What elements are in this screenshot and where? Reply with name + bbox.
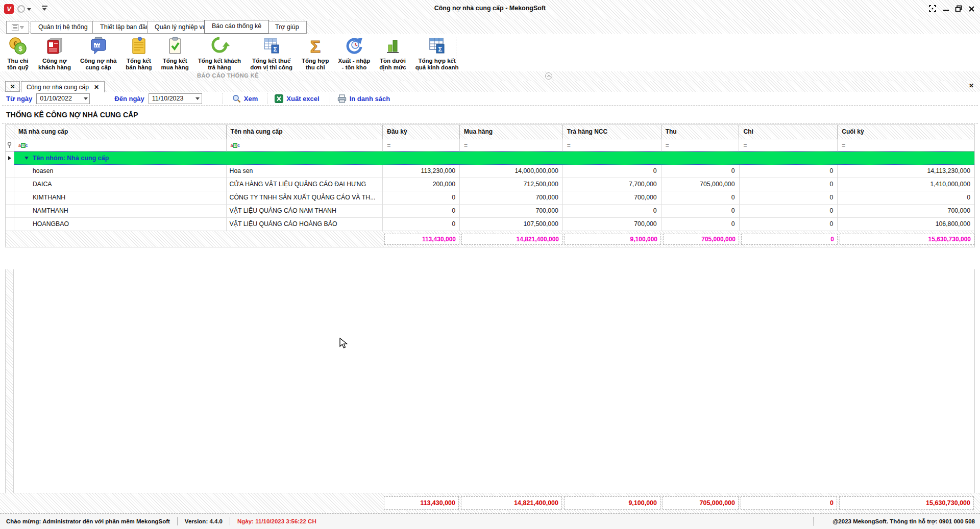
filter-cell-name[interactable]: aBc: [227, 139, 383, 152]
column-header-ten-nha-cung-cap[interactable]: Tên nhà cung cấp: [227, 125, 383, 139]
cell-name[interactable]: VẬT LIỆU QUẢNG CÁO HOÀNG BẢO: [227, 218, 383, 231]
ribbon-button-tong-ket-khach-tra-hang[interactable]: Tổng kết kháchtrả hàng: [193, 35, 246, 70]
from-date-dropdown[interactable]: [82, 94, 89, 104]
menu-tab-tro-giup[interactable]: Trợ giúp: [267, 21, 307, 34]
ribbon-button-ton-duoi-dinh-muc[interactable]: Tồn dướiđịnh mức: [375, 35, 410, 70]
cell-cuoi-ky[interactable]: 106,800,000: [838, 218, 974, 231]
filter-cell-thu[interactable]: =: [662, 139, 740, 152]
column-header-thu[interactable]: Thu: [662, 125, 740, 139]
filter-cell-code[interactable]: aBc: [14, 139, 227, 152]
cell-code[interactable]: DAICA: [14, 178, 227, 191]
ribbon-button-tong-ket-ban-hang[interactable]: Tổng kếtbán hàng: [121, 35, 156, 70]
bar-chart-icon: [382, 36, 403, 56]
menu-tab-bao-cao-thong-ke[interactable]: Báo cáo thống kê: [204, 20, 269, 34]
table-row[interactable]: NAMTHANH VẬT LIỆU QUẢNG CÁO NAM THANH 0 …: [6, 205, 974, 218]
cell-dau-ky[interactable]: 0: [383, 218, 460, 231]
cell-name[interactable]: CÔNG TY TNHH SẢN XUẤT QUẢNG CÁO VÀ TH...: [227, 191, 383, 205]
print-list-button[interactable]: In danh sách: [334, 94, 393, 103]
minimize-button[interactable]: [941, 4, 950, 13]
cell-tra-hang[interactable]: 7,700,000: [563, 178, 662, 191]
cell-cuoi-ky[interactable]: 0: [838, 191, 974, 205]
total-dau-ky: 113,430,000: [384, 496, 459, 510]
cell-name[interactable]: Hoa sen: [227, 165, 383, 178]
filter-cell-chi[interactable]: =: [739, 139, 838, 152]
column-header-mua-hang[interactable]: Mua hàng: [460, 125, 563, 139]
column-header-chi[interactable]: Chi: [739, 125, 838, 139]
cell-name[interactable]: CỬA HÀNG VẬT LIỆU QUẢNG CÁO ĐẠI HƯNG: [227, 178, 383, 191]
cell-thu[interactable]: 0: [662, 165, 740, 178]
cell-mua-hang[interactable]: 107,500,000: [460, 218, 563, 231]
tab-close-icon[interactable]: ✕: [94, 84, 99, 91]
to-date-value: 11/10/2023: [149, 95, 194, 102]
cell-thu[interactable]: 0: [662, 191, 740, 205]
cell-cuoi-ky[interactable]: 14,113,230,000: [838, 165, 974, 178]
cell-mua-hang[interactable]: 14,000,000,000: [460, 165, 563, 178]
table-row[interactable]: KIMTHANH CÔNG TY TNHH SẢN XUẤT QUẢNG CÁO…: [6, 191, 974, 205]
close-button[interactable]: [967, 4, 976, 13]
cell-chi[interactable]: 0: [740, 191, 838, 205]
filter-cell-cuoi-ky[interactable]: =: [838, 139, 974, 152]
table-row[interactable]: HOANGBAO VẬT LIỆU QUẢNG CÁO HOÀNG BẢO 0 …: [6, 218, 974, 231]
cell-mua-hang[interactable]: 700,000: [460, 205, 563, 218]
cell-dau-ky[interactable]: 0: [383, 205, 460, 218]
cell-code[interactable]: KIMTHANH: [14, 191, 227, 205]
app-menu-button[interactable]: [6, 21, 29, 34]
cell-thu[interactable]: 0: [662, 205, 740, 218]
document-tab-cong-no-nha-cung-cap[interactable]: Công nợ nhà cung cấp ✕: [21, 81, 105, 92]
restore-button[interactable]: [954, 4, 963, 13]
cell-dau-ky[interactable]: 113,230,000: [383, 165, 460, 178]
from-date-combo[interactable]: 01/10/2022: [36, 93, 90, 104]
ribbon-button-tong-ket-thue-don-vi-thi-cong[interactable]: Σ Tổng kết thuếđơn vị thi công: [246, 35, 297, 70]
cell-cuoi-ky[interactable]: 700,000: [838, 205, 974, 218]
cell-code[interactable]: NAMTHANH: [14, 205, 227, 218]
cell-tra-hang[interactable]: 700,000: [563, 191, 662, 205]
to-date-combo[interactable]: 11/10/2023: [149, 93, 202, 104]
purchase-clipboard-icon: [165, 36, 185, 56]
cell-tra-hang[interactable]: 700,000: [563, 218, 662, 231]
filter-cell-dau-ky[interactable]: =: [383, 139, 460, 152]
cell-cuoi-ky[interactable]: 1,410,000,000: [838, 178, 974, 191]
cell-thu[interactable]: 705,000,000: [662, 178, 740, 191]
ribbon-button-tong-ket-mua-hang[interactable]: Tổng kếtmua hàng: [156, 35, 193, 70]
close-document-button[interactable]: ✕: [5, 81, 20, 92]
view-button[interactable]: Xem: [229, 94, 261, 103]
group-collapse-icon[interactable]: [24, 157, 29, 160]
group-row[interactable]: Tên nhóm: Nhà cung cấp: [6, 152, 974, 165]
filter-cell-tra-hang[interactable]: =: [563, 139, 662, 152]
cell-code[interactable]: hoasen: [14, 165, 227, 178]
column-header-dau-ky[interactable]: Đầu kỳ: [383, 125, 460, 139]
ribbon-button-xuat-nhap-ton-kho[interactable]: Xuất - nhập- tồn kho: [334, 35, 375, 70]
cell-chi[interactable]: 0: [740, 218, 838, 231]
cell-name[interactable]: VẬT LIỆU QUẢNG CÁO NAM THANH: [227, 205, 383, 218]
menu-tab-quan-tri-he-thong[interactable]: Quản trị hệ thống: [31, 21, 95, 34]
cell-tra-hang[interactable]: 0: [563, 205, 662, 218]
document-tab-label: Công nợ nhà cung cấp: [27, 84, 89, 91]
cell-dau-ky[interactable]: 200,000: [383, 178, 460, 191]
ribbon-button-tong-hop-thu-chi[interactable]: Σ Tổng hợpthu chi: [297, 35, 334, 70]
table-row[interactable]: hoasen Hoa sen 113,230,000 14,000,000,00…: [6, 165, 974, 178]
cell-mua-hang[interactable]: 712,500,000: [460, 178, 563, 191]
table-row[interactable]: DAICA CỬA HÀNG VẬT LIỆU QUẢNG CÁO ĐẠI HƯ…: [6, 178, 974, 191]
ribbon-button-thu-chi-ton-quy[interactable]: € $ Thu chitồn quỹ: [2, 35, 34, 70]
fullscreen-button[interactable]: [928, 4, 937, 13]
cell-tra-hang[interactable]: 0: [563, 165, 662, 178]
to-date-dropdown[interactable]: [194, 94, 202, 104]
cell-dau-ky[interactable]: 0: [383, 191, 460, 205]
column-header-tra-hang-ncc[interactable]: Trả hàng NCC: [563, 125, 662, 139]
column-header-cuoi-ky[interactable]: Cuối kỳ: [838, 125, 974, 139]
column-header-ma-nha-cung-cap[interactable]: Mã nhà cung cấp: [14, 125, 227, 139]
ribbon-button-cong-no-nha-cung-cap[interactable]: Công nợ nhàcung cấp: [76, 35, 121, 70]
filter-cell-mua-hang[interactable]: =: [460, 139, 563, 152]
ribbon-button-cong-no-khach-hang[interactable]: Công nợkhách hàng: [34, 35, 76, 70]
cell-thu[interactable]: 0: [662, 218, 740, 231]
export-excel-button[interactable]: Xuất excel: [272, 94, 322, 103]
row-indicator: [6, 178, 14, 191]
cell-chi[interactable]: 0: [740, 205, 838, 218]
cell-chi[interactable]: 0: [740, 178, 838, 191]
cell-mua-hang[interactable]: 700,000: [460, 191, 563, 205]
ribbon-collapse-button[interactable]: [545, 72, 552, 80]
cell-code[interactable]: HOANGBAO: [14, 218, 227, 231]
cell-chi[interactable]: 0: [740, 165, 838, 178]
close-strip-icon[interactable]: ✕: [969, 82, 974, 89]
sigma-icon: Σ: [305, 36, 326, 56]
